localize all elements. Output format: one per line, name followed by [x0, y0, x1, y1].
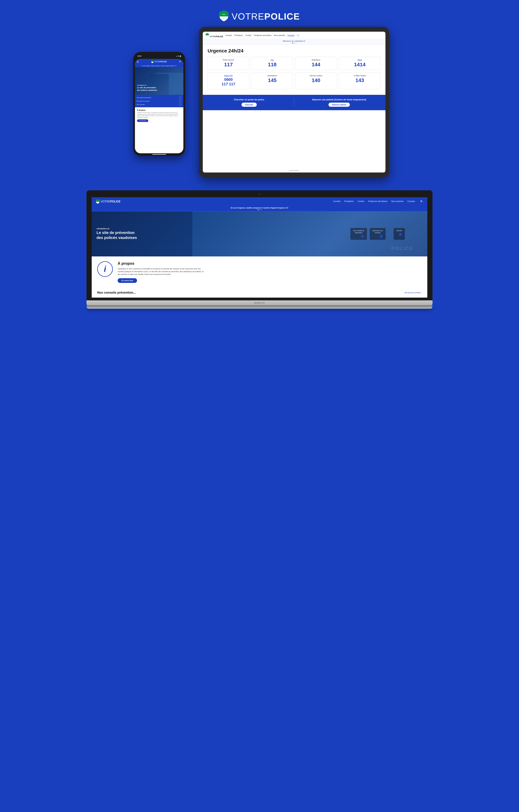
laptop-voir-conseils-link[interactable]: Voir tous les conseils › — [404, 292, 422, 294]
tablet-card-feu: Feu 118 — [251, 57, 293, 70]
phone-hero-title: Le site de préventiondes polices vaudois… — [137, 86, 157, 91]
laptop-brand-label: MacBook Air — [254, 302, 265, 304]
tablet-nav-rejoindre[interactable]: Nous rejoindre — [274, 34, 285, 36]
phone-hero-text: votrepolice.ch Le site de préventiondes … — [137, 84, 157, 91]
tablet-card-ambulance-number: 144 — [297, 62, 335, 67]
tablet-card-main-tendue-label: La Main Tendue — [341, 75, 379, 77]
laptop-about-title: À propos — [118, 261, 422, 266]
tablet-card-police-secours-label: Police secours — [209, 59, 248, 61]
phone-action-contact-arrow: › — [179, 103, 182, 106]
laptop-brand: VOTREPOLICE — [101, 200, 121, 203]
laptop-nav-apropos[interactable]: À propos — [407, 200, 415, 203]
laptop-nav-prestations[interactable]: Prestations — [344, 200, 354, 203]
tablet-nav-tendances[interactable]: Tendances sécuritaires — [254, 34, 271, 36]
phone-about-btn[interactable]: En savoir plus — [137, 119, 148, 122]
laptop-hero-action-services-label: Découvrez nosservices — [372, 230, 383, 234]
phone-action-contact-label: Nous contacter — [137, 104, 179, 105]
tablet-nav-links: Conseils Prestations Contact Tendances s… — [225, 34, 383, 36]
phone-action-prevention[interactable]: Nos conseils de prévention › — [137, 96, 182, 99]
phone-search-icon[interactable]: 🔍 — [179, 61, 182, 63]
phone-hero-site: votrepolice.ch — [137, 84, 157, 86]
phone-hero: votrepolice.ch Le site de préventiondes … — [135, 67, 183, 95]
tablet-bottom-right: Déposer une plainte (Canton de Vaud uniq… — [294, 98, 381, 107]
tablet-nav-contact[interactable]: Contact — [245, 34, 251, 36]
canton-vaud-logo: VAUD ✦ — [219, 10, 230, 23]
laptop-nav-rejoindre[interactable]: Nous rejoindre — [391, 200, 404, 203]
phone-alert-bar: En cas d'urgence, veuillez composer le n… — [135, 64, 183, 67]
phone-actions: Nos conseils de prévention › Découvrez n… — [135, 95, 183, 107]
tablet-card-police-secours-number: 117 — [209, 62, 248, 67]
laptop-hero-action-prevention-arrow: › — [361, 235, 364, 238]
tablet-scroll-indicator — [289, 170, 299, 171]
phone-action-prevention-arrow: › — [179, 96, 182, 99]
tablet-urgence-title: Urgence 24h/24 — [208, 48, 381, 54]
brand-title: VOTREPOLICE — [232, 11, 300, 22]
laptop-hero-action-services[interactable]: Découvrez nosservices › — [370, 228, 385, 240]
phone-action-services[interactable]: Découvrez nos services › — [137, 100, 182, 103]
laptop-about-content: À propos votrepolice.ch vise à prévenir … — [118, 261, 422, 283]
phone-frame: 16:05 ▲ 5G ▓ ☰ VOTREPOLICE 🔍 En c — [133, 52, 185, 156]
tablet-card-main-tendue: La Main Tendue 143 — [339, 72, 381, 89]
tablet-card-ambulance-label: Ambulance — [297, 59, 335, 61]
tablet-welcome-bar: Bienvenue sur votrepolice.ch — [203, 39, 385, 45]
phone-screen: ☰ VOTREPOLICE 🔍 En cas d'urgence, veuill… — [135, 59, 183, 153]
laptop-alert-dots — [93, 209, 426, 210]
tablet-nav-apropos[interactable]: À propos — [288, 34, 294, 36]
tablet-card-intoxications-label: Intoxications — [253, 75, 291, 77]
tablet-card-police-cff: Police CFF 0800117 117 — [208, 72, 249, 89]
laptop-search-icon[interactable]: 🔍 — [420, 200, 423, 203]
phone-action-contact[interactable]: Nous contacter › — [137, 103, 182, 106]
laptop-navbar: VOTREPOLICE Conseils Prestations Contact… — [92, 197, 427, 206]
tablet-nav-conseils[interactable]: Conseils — [225, 34, 232, 36]
phone-time: 16:05 — [137, 55, 141, 57]
laptop-nav-contact[interactable]: Contact — [357, 200, 364, 203]
tablet-nav-prestations[interactable]: Prestations — [234, 34, 243, 36]
phone-device: 16:05 ▲ 5G ▓ ☰ VOTREPOLICE 🔍 En c — [133, 52, 185, 156]
laptop-base — [86, 307, 432, 309]
laptop-hero-action-prevention[interactable]: Nos conseils deprévention › — [350, 228, 367, 240]
phone-about-section: À propos votrepolice.ch vise à prévenir … — [135, 107, 183, 124]
tablet-welcome-dots — [204, 42, 384, 44]
tablet-card-secours-routiers: Secours routiers 140 — [295, 72, 337, 89]
phone-menu-icon[interactable]: ☰ — [137, 60, 139, 63]
top-logo-section: VAUD ✦ VOTREPOLICE — [219, 10, 300, 23]
tablet-card-police-cff-number: 0800117 117 — [209, 77, 248, 86]
laptop-hinge — [86, 305, 432, 307]
phone-navbar: ☰ VOTREPOLICE 🔍 — [135, 59, 183, 64]
tablet-device: VOTREPOLICE Conseils Prestations Contact… — [199, 27, 389, 177]
laptop-alert-bar: En cas d'urgence, veuillez composer le n… — [92, 206, 427, 211]
phone-status-bar: 16:05 ▲ 5G ▓ — [135, 54, 183, 58]
laptop-about-icon: i — [97, 261, 113, 277]
tablet-card-main-tendue-number: 143 — [341, 77, 379, 83]
tablet-card-secours-routiers-label: Secours routiers — [297, 75, 335, 77]
laptop-hero-actions: Nos conseils deprévention › Découvrez no… — [350, 228, 400, 240]
tablet-frame: VOTREPOLICE Conseils Prestations Contact… — [199, 27, 389, 177]
laptop-hero-action-police-arrow: › — [399, 233, 402, 236]
info-icon: i — [104, 265, 106, 273]
phone-home-indicator — [152, 154, 166, 155]
tablet-chercher-button[interactable]: Chercher — [241, 103, 257, 107]
tablet-screen: VOTREPOLICE Conseils Prestations Contact… — [203, 32, 385, 173]
phone-action-services-arrow: › — [179, 100, 182, 103]
laptop-hero-action-prevention-label: Nos conseils deprévention — [353, 230, 364, 234]
tablet-deposer-button[interactable]: Déposer plainte — [328, 103, 350, 107]
chevron-right-icon: › — [421, 292, 422, 294]
laptop-hero-action-police[interactable]: POLICE › — [394, 228, 405, 240]
tablet-card-police-cff-label: Police CFF — [209, 75, 248, 77]
phone-action-services-label: Découvrez nos services — [137, 100, 179, 102]
laptop-hero-site: votrepolice.ch — [96, 228, 137, 230]
laptop-about-btn[interactable]: En savoir plus — [118, 278, 137, 283]
tablet-nav-search[interactable]: 🔍 — [297, 34, 299, 36]
svg-text:VAUD: VAUD — [222, 14, 225, 15]
phone-about-text: votrepolice.ch vise à prévenir la crimin… — [137, 112, 181, 118]
laptop-nav-tendances[interactable]: Tendances sécuritaires — [368, 200, 387, 203]
laptop-nav-conseils[interactable]: Conseils — [333, 200, 341, 203]
tablet-brand: VOTREPOLICE — [209, 35, 223, 37]
svg-text:✦: ✦ — [223, 18, 224, 19]
tablet-card-ambulance: Ambulance 144 — [295, 57, 337, 70]
laptop-hero: POLICE votrepolice.ch Le site de prévent… — [92, 211, 427, 256]
phone-about-title: À propos — [137, 109, 181, 111]
laptop-nav-logo: VOTREPOLICE — [96, 199, 121, 204]
laptop-body: MacBook Air — [86, 300, 432, 305]
laptop-voir-conseils-label: Voir tous les conseils — [404, 292, 421, 294]
